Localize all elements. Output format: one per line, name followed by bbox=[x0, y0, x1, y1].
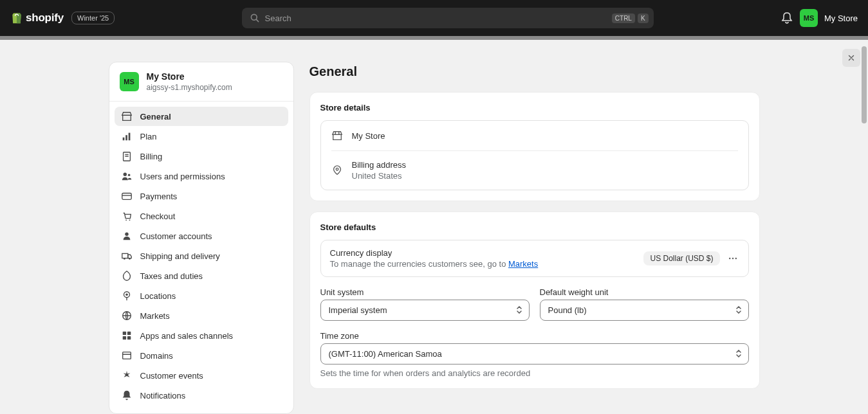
svg-point-6 bbox=[127, 174, 130, 176]
sidebar-item-plan[interactable]: Plan bbox=[115, 127, 288, 146]
svg-point-12 bbox=[124, 258, 125, 260]
avatar[interactable]: MS bbox=[800, 9, 818, 27]
store-defaults-card: Store defaults Currency display To manag… bbox=[309, 212, 760, 389]
billing-address-value: United States bbox=[352, 171, 407, 181]
sidebar-store-header[interactable]: MS My Store aigssy-s1.myshopify.com bbox=[109, 62, 293, 102]
store-name-top[interactable]: My Store bbox=[824, 14, 858, 23]
sidebar-item-label: Shipping and delivery bbox=[140, 251, 220, 261]
svg-point-15 bbox=[125, 293, 128, 296]
users-icon bbox=[121, 170, 133, 182]
sidebar-item-checkout[interactable]: Checkout bbox=[115, 206, 288, 226]
store-icon bbox=[331, 130, 343, 141]
notifications-icon bbox=[121, 390, 133, 401]
close-icon bbox=[847, 53, 856, 62]
customer-accounts-icon bbox=[121, 230, 133, 242]
content-area: MS My Store aigssy-s1.myshopify.com Gene… bbox=[0, 40, 868, 414]
currency-box: Currency display To manage the currencie… bbox=[320, 240, 749, 277]
svg-point-22 bbox=[336, 168, 338, 170]
topbar-right: MS My Store bbox=[780, 9, 858, 27]
sidebar-item-label: Locations bbox=[140, 291, 176, 301]
svg-rect-18 bbox=[127, 332, 130, 335]
svg-rect-1 bbox=[122, 138, 124, 141]
store-name-row[interactable]: My Store bbox=[331, 121, 738, 150]
sidebar-item-locations[interactable]: Locations bbox=[115, 286, 288, 305]
store-details-box: My Store Billing address United States bbox=[320, 120, 749, 190]
sidebar-item-label: Billing bbox=[140, 152, 163, 161]
currency-more-button[interactable] bbox=[726, 252, 739, 265]
scrollbar-track[interactable] bbox=[860, 40, 868, 414]
close-button[interactable] bbox=[842, 49, 860, 67]
svg-rect-7 bbox=[122, 194, 131, 200]
settings-sidebar: MS My Store aigssy-s1.myshopify.com Gene… bbox=[109, 62, 294, 414]
timezone-field: Time zone (GMT-11:00) American Samoa Set… bbox=[320, 331, 749, 378]
store-details-heading: Store details bbox=[320, 103, 749, 113]
sidebar-item-markets[interactable]: Markets bbox=[115, 306, 288, 325]
topbar: shopify Winter '25 CTRL K MS My Store bbox=[0, 0, 868, 36]
taxes-icon bbox=[121, 270, 133, 282]
sidebar-item-label: Notifications bbox=[140, 391, 186, 401]
billing-icon bbox=[121, 150, 133, 162]
sidebar-item-apps[interactable]: Apps and sales channels bbox=[115, 326, 288, 345]
sidebar-item-customer-events[interactable]: Customer events bbox=[115, 366, 288, 385]
logo-area[interactable]: shopify Winter '25 bbox=[10, 11, 115, 25]
markets-icon bbox=[121, 310, 133, 321]
billing-address-row[interactable]: Billing address United States bbox=[331, 150, 738, 190]
settings-main: General Store details My Store bbox=[309, 62, 760, 414]
shipping-icon bbox=[121, 250, 133, 262]
scrollbar-thumb[interactable] bbox=[862, 46, 867, 123]
sidebar-item-shipping[interactable]: Shipping and delivery bbox=[115, 246, 288, 266]
svg-point-24 bbox=[732, 258, 733, 259]
payments-icon bbox=[121, 190, 133, 202]
weight-unit-select[interactable]: Pound (lb) bbox=[540, 300, 749, 321]
svg-point-23 bbox=[729, 258, 730, 259]
svg-point-9 bbox=[129, 219, 130, 221]
svg-point-13 bbox=[129, 258, 131, 260]
unit-system-field: Unit system Imperial system bbox=[320, 287, 530, 321]
sidebar-item-customer-accounts[interactable]: Customer accounts bbox=[115, 226, 288, 246]
sidebar-item-label: Taxes and duties bbox=[140, 271, 203, 281]
sidebar-item-domains[interactable]: Domains bbox=[115, 346, 288, 365]
search-input[interactable] bbox=[265, 14, 607, 23]
shopify-bag-icon bbox=[10, 11, 23, 25]
plan-icon bbox=[121, 130, 133, 142]
sidebar-domain: aigssy-s1.myshopify.com bbox=[147, 83, 232, 92]
dots-horizontal-icon bbox=[728, 253, 738, 264]
checkout-icon bbox=[121, 210, 133, 222]
svg-point-8 bbox=[125, 219, 127, 221]
sidebar-item-billing[interactable]: Billing bbox=[115, 147, 288, 166]
sidebar-store-name: My Store bbox=[147, 71, 232, 82]
sidebar-item-label: Markets bbox=[140, 311, 170, 321]
edition-badge[interactable]: Winter '25 bbox=[71, 12, 115, 24]
svg-rect-17 bbox=[122, 332, 125, 335]
sidebar-item-payments[interactable]: Payments bbox=[115, 186, 288, 206]
svg-rect-19 bbox=[122, 336, 125, 339]
svg-rect-21 bbox=[122, 352, 131, 359]
search-bar[interactable]: CTRL K bbox=[242, 8, 654, 28]
store-defaults-heading: Store defaults bbox=[320, 222, 749, 232]
weight-unit-field: Default weight unit Pound (lb) bbox=[540, 287, 749, 321]
billing-address-label: Billing address bbox=[352, 160, 407, 170]
timezone-helper: Sets the time for when orders and analyt… bbox=[320, 368, 749, 378]
unit-system-select[interactable]: Imperial system bbox=[320, 300, 530, 321]
customer-events-icon bbox=[121, 370, 133, 381]
general-icon bbox=[121, 111, 133, 122]
notifications-icon[interactable] bbox=[780, 12, 793, 24]
sidebar-item-notifications[interactable]: Notifications bbox=[115, 386, 288, 405]
currency-label: Currency display bbox=[330, 248, 539, 258]
svg-rect-3 bbox=[128, 133, 130, 141]
sidebar-item-taxes[interactable]: Taxes and duties bbox=[115, 266, 288, 285]
sidebar-item-general[interactable]: General bbox=[115, 107, 288, 126]
location-pin-icon bbox=[331, 165, 343, 176]
store-name-value: My Store bbox=[352, 131, 385, 141]
markets-link[interactable]: Markets bbox=[508, 259, 538, 269]
svg-point-5 bbox=[123, 173, 126, 176]
sidebar-avatar: MS bbox=[120, 72, 139, 91]
svg-rect-20 bbox=[127, 336, 130, 339]
brand-wordmark: shopify bbox=[26, 12, 64, 24]
sidebar-item-users[interactable]: Users and permissions bbox=[115, 166, 288, 186]
shopify-logo: shopify bbox=[10, 11, 64, 25]
unit-system-label: Unit system bbox=[320, 287, 530, 297]
timezone-select[interactable]: (GMT-11:00) American Samoa bbox=[320, 343, 749, 364]
sidebar-item-label: Apps and sales channels bbox=[140, 331, 234, 341]
svg-point-25 bbox=[735, 258, 736, 259]
